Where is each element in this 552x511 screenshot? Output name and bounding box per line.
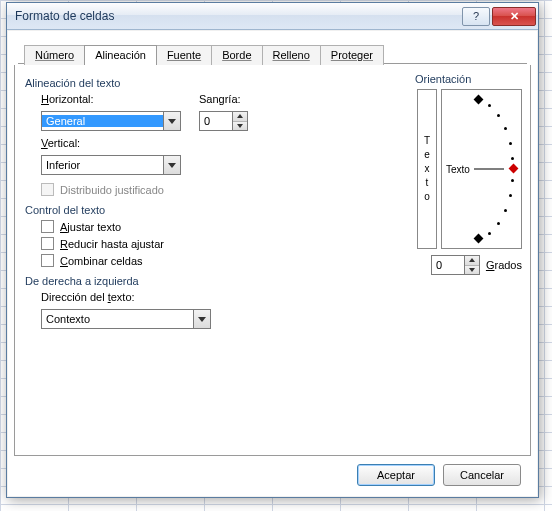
text-direction-combo[interactable]: Contexto	[41, 309, 211, 329]
justify-distributed-checkbox: Distribuido justificado	[41, 183, 297, 196]
close-icon: ✕	[510, 10, 519, 23]
shrink-to-fit-checkbox[interactable]: Reducir hasta ajustar	[41, 237, 297, 250]
help-button[interactable]: ?	[462, 7, 490, 26]
group-rtl: De derecha a izquierda	[25, 275, 297, 287]
indent-label: Sangría:	[199, 93, 248, 105]
shrink-label: Reducir hasta ajustar	[60, 238, 164, 250]
orientation-vertical-button[interactable]: T e x t o	[417, 89, 437, 249]
tab-borde[interactable]: Borde	[211, 45, 262, 65]
tab-numero[interactable]: Número	[24, 45, 85, 65]
orientation-group: Orientación T e x t o Texto	[417, 71, 522, 275]
merge-cells-checkbox[interactable]: Combinar celdas	[41, 254, 297, 267]
chevron-down-icon	[163, 112, 180, 130]
help-icon: ?	[473, 10, 479, 22]
wrap-text-checkbox[interactable]: Ajustar texto	[41, 220, 297, 233]
ok-button[interactable]: Aceptar	[357, 464, 435, 486]
tab-proteger[interactable]: Proteger	[320, 45, 384, 65]
indent-spinner[interactable]: 0	[199, 111, 248, 131]
titlebar: Formato de celdas ? ✕	[7, 3, 538, 30]
chevron-down-icon	[193, 310, 210, 328]
dialog-footer: Aceptar Cancelar	[357, 464, 521, 486]
spinner-up[interactable]	[465, 256, 479, 266]
text-direction-value: Contexto	[42, 313, 193, 325]
dial-handle-0	[509, 164, 519, 174]
vertical-label: Vertical:	[41, 137, 297, 149]
dialog-client: Número Alineación Fuente Borde Relleno P…	[8, 31, 537, 496]
degrees-value: 0	[432, 256, 464, 274]
dial-needle	[474, 169, 504, 170]
orientation-dial[interactable]: Texto	[441, 89, 522, 249]
wrap-text-label: Ajustar texto	[60, 221, 121, 233]
spinner-up[interactable]	[233, 112, 247, 122]
dial-handle--90	[474, 234, 484, 244]
tabs: Número Alineación Fuente Borde Relleno P…	[18, 42, 527, 64]
vertical-value: Inferior	[42, 159, 163, 171]
cancel-button[interactable]: Cancelar	[443, 464, 521, 486]
indent-value: 0	[200, 112, 232, 130]
dial-handle-90	[474, 95, 484, 105]
orientation-label: Orientación	[415, 73, 522, 85]
checkbox-box	[41, 237, 54, 250]
left-column: Alineación del texto Horizontal: General…	[27, 77, 297, 329]
dial-text-label: Texto	[446, 164, 470, 175]
spinner-down[interactable]	[233, 122, 247, 131]
justify-distributed-label: Distribuido justificado	[60, 184, 164, 196]
close-button[interactable]: ✕	[492, 7, 536, 26]
checkbox-box	[41, 220, 54, 233]
alignment-panel: Alineación del texto Horizontal: General…	[14, 65, 531, 456]
tab-fuente[interactable]: Fuente	[156, 45, 212, 65]
dialog-title: Formato de celdas	[15, 9, 460, 23]
tab-alineacion[interactable]: Alineación	[84, 45, 157, 65]
group-text-control: Control del texto	[25, 204, 297, 216]
checkbox-box	[41, 254, 54, 267]
chevron-down-icon	[163, 156, 180, 174]
spinner-down[interactable]	[465, 266, 479, 275]
horizontal-value: General	[42, 115, 163, 127]
merge-label: Combinar celdas	[60, 255, 143, 267]
horizontal-combo[interactable]: General	[41, 111, 181, 131]
format-cells-dialog: Formato de celdas ? ✕ Número Alineación …	[6, 2, 539, 498]
group-text-alignment: Alineación del texto	[25, 77, 297, 89]
degrees-label: Grados	[486, 259, 522, 271]
vertical-combo[interactable]: Inferior	[41, 155, 181, 175]
text-direction-label: Dirección del texto:	[41, 291, 297, 303]
checkbox-box	[41, 183, 54, 196]
tab-relleno[interactable]: Relleno	[262, 45, 321, 65]
degrees-spinner[interactable]: 0	[431, 255, 480, 275]
horizontal-label: Horizontal:	[41, 93, 181, 105]
